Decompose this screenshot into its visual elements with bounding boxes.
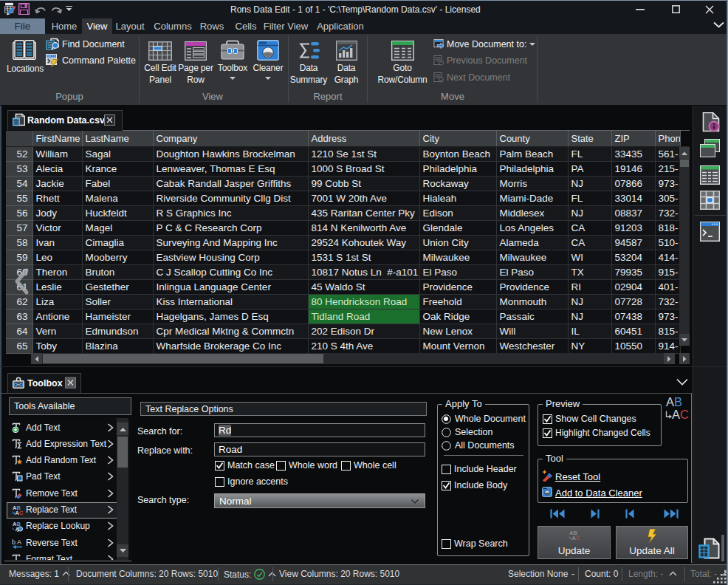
svg-text:A: A [17, 538, 21, 546]
svg-text:C: C [19, 510, 24, 516]
svg-text:C: C [576, 535, 580, 541]
svg-text:b: b [12, 538, 16, 546]
